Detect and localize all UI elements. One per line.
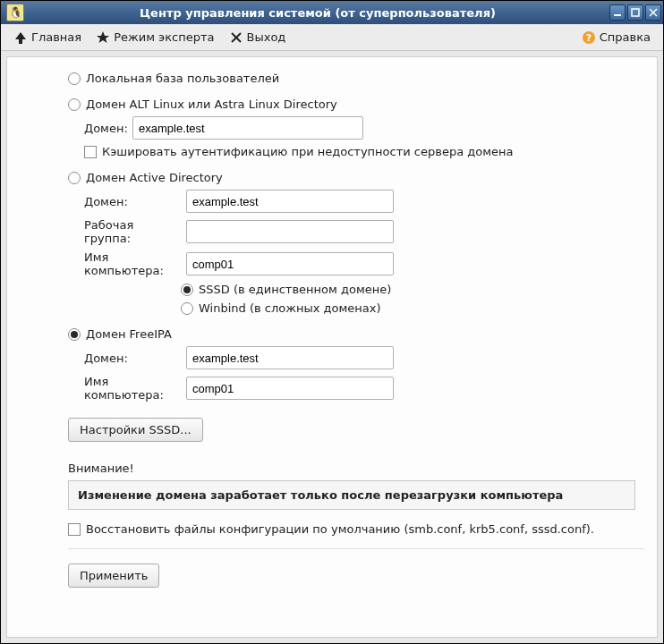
checkbox-restore[interactable] — [68, 523, 81, 536]
option-freeipa-label: Домен FreeIPA — [86, 327, 172, 341]
ad-domain-input[interactable] — [186, 190, 394, 213]
maximize-icon — [631, 8, 640, 17]
radio-winbind[interactable] — [181, 302, 193, 315]
minimize-icon — [613, 8, 622, 17]
alt-domain-input[interactable] — [132, 116, 363, 140]
attention-box: Изменение домена заработает только после… — [68, 480, 635, 510]
window-title: Центр управления системой (от суперпольз… — [28, 6, 608, 20]
radio-ad[interactable] — [68, 172, 81, 184]
ad-backend-sssd[interactable]: SSSD (в единственном домене) — [181, 283, 644, 296]
option-alt[interactable]: Домен ALT Linux или Astra Linux Director… — [68, 97, 644, 111]
option-alt-label: Домен ALT Linux или Astra Linux Director… — [86, 97, 337, 111]
titlebar: 🐧 Центр управления системой (от суперпол… — [1, 1, 663, 24]
option-local-label: Локальная база пользователей — [86, 72, 279, 85]
radio-local[interactable] — [68, 72, 81, 85]
ad-workgroup-label: Рабочая группа: — [84, 218, 181, 245]
ad-computer-input[interactable] — [186, 252, 394, 275]
restore-row[interactable]: Восстановить файлы конфигурации по умолч… — [68, 522, 644, 549]
option-ad-label: Домен Active Directory — [86, 171, 223, 184]
maximize-button[interactable] — [627, 4, 643, 21]
close-icon — [649, 8, 658, 17]
up-arrow-icon — [13, 30, 28, 45]
toolbar-home[interactable]: Главная — [6, 28, 89, 47]
restore-label: Восстановить файлы конфигурации по умолч… — [86, 522, 594, 536]
toolbar-help-label: Справка — [600, 30, 651, 44]
fi-computer-input[interactable] — [186, 377, 394, 400]
toolbar-exit[interactable]: Выход — [222, 28, 294, 47]
fi-computer-label: Имя компьютера: — [84, 375, 181, 402]
apply-button[interactable]: Применить — [68, 564, 159, 588]
ad-domain-label: Домен: — [84, 195, 181, 208]
option-freeipa[interactable]: Домен FreeIPA — [68, 327, 644, 341]
close-button[interactable] — [645, 4, 661, 21]
minimize-button[interactable] — [609, 4, 626, 21]
radio-freeipa[interactable] — [68, 328, 81, 341]
option-local[interactable]: Локальная база пользователей — [68, 72, 644, 85]
ad-winbind-label: Winbind (в сложных доменах) — [199, 301, 380, 315]
ad-backend-winbind[interactable]: Winbind (в сложных доменах) — [181, 301, 644, 315]
content-area: Локальная база пользователей Домен ALT L… — [6, 56, 658, 638]
alt-domain-label: Домен: — [84, 122, 127, 135]
exit-icon — [229, 30, 243, 45]
svg-rect-1 — [632, 9, 639, 16]
checkbox-cache[interactable] — [84, 146, 97, 158]
toolbar-home-label: Главная — [31, 30, 81, 44]
ad-sssd-label: SSSD (в единственном домене) — [199, 283, 391, 296]
ad-computer-label: Имя компьютера: — [84, 250, 181, 277]
attention-label: Внимание! — [68, 462, 644, 475]
sssd-settings-button[interactable]: Настройки SSSD... — [68, 418, 203, 442]
alt-cache-row[interactable]: Кэшировать аутентификацию при недоступно… — [84, 145, 644, 158]
toolbar: Главная Режим эксперта Выход ? Справка — [1, 24, 663, 51]
toolbar-expert-label: Режим эксперта — [114, 30, 214, 44]
fi-domain-label: Домен: — [84, 352, 181, 365]
ad-workgroup-input[interactable] — [186, 220, 394, 243]
svg-text:?: ? — [586, 32, 592, 44]
star-icon — [96, 30, 110, 45]
option-ad[interactable]: Домен Active Directory — [68, 171, 644, 184]
toolbar-help[interactable]: ? Справка — [575, 28, 658, 47]
radio-sssd[interactable] — [181, 284, 193, 296]
toolbar-expert[interactable]: Режим эксперта — [89, 28, 221, 47]
alt-cache-label: Кэшировать аутентификацию при недоступно… — [102, 145, 513, 158]
help-icon: ? — [582, 30, 596, 45]
app-icon: 🐧 — [6, 4, 24, 21]
main-window: 🐧 Центр управления системой (от суперпол… — [0, 0, 664, 644]
toolbar-exit-label: Выход — [247, 30, 286, 44]
radio-alt[interactable] — [68, 98, 81, 111]
fi-domain-input[interactable] — [186, 346, 394, 369]
